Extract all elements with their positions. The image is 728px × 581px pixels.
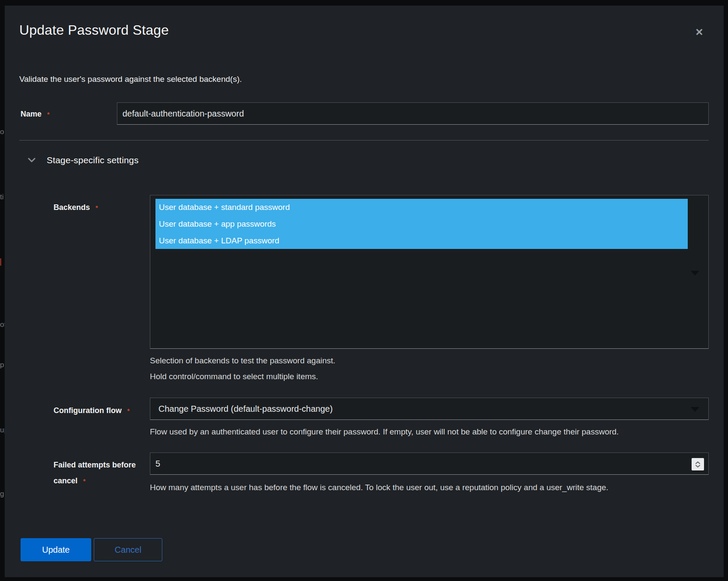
update-button[interactable]: Update — [21, 538, 91, 561]
update-password-stage-modal: Update Password Stage ✕ Validate the use… — [5, 6, 724, 577]
backends-help: Selection of backends to test the passwo… — [150, 353, 335, 384]
required-marker: * — [95, 204, 98, 211]
backends-help-line: Hold control/command to select multiple … — [150, 368, 335, 384]
section-title: Stage-specific settings — [47, 155, 139, 165]
failed-attempts-label-text: cancel — [54, 476, 78, 485]
page-background: o ti ot p up g Update Password Stage ✕ V… — [0, 0, 728, 581]
backends-label: Backends* — [54, 203, 98, 212]
background-text-fragment: ti — [0, 193, 5, 201]
name-label: Name* — [21, 109, 50, 119]
configuration-flow-label-text: Configuration flow — [54, 406, 122, 415]
stepper-up-icon — [695, 461, 701, 464]
failed-attempts-input[interactable] — [150, 452, 709, 475]
configuration-flow-select[interactable]: Change Password (default-password-change… — [150, 398, 709, 420]
modal-description: Validate the user's password against the… — [19, 73, 242, 85]
configuration-flow-label: Configuration flow* — [54, 406, 130, 415]
chevron-down-icon — [26, 156, 37, 164]
configuration-flow-help: Flow used by an authenticated user to co… — [150, 426, 619, 438]
backends-help-line: Selection of backends to test the passwo… — [150, 353, 335, 368]
required-marker: * — [127, 407, 130, 414]
required-marker: * — [47, 111, 50, 118]
backend-option-selected[interactable]: User database + LDAP password — [155, 232, 688, 249]
stage-settings-section-toggle[interactable]: Stage-specific settings — [26, 153, 139, 168]
failed-attempts-help: How many attempts a user has before the … — [150, 482, 609, 494]
name-input[interactable] — [117, 102, 709, 125]
number-stepper[interactable] — [692, 458, 704, 470]
backend-option-selected[interactable]: User database + app passwords — [155, 216, 688, 232]
background-text-fragment: o — [0, 128, 5, 136]
name-label-text: Name — [21, 110, 42, 118]
backends-label-text: Backends — [54, 203, 90, 212]
chevron-down-icon — [691, 271, 699, 276]
failed-attempts-label: Failed attempts before cancel* — [54, 460, 152, 486]
failed-attempts-label-line2: cancel* — [54, 476, 152, 486]
section-divider — [19, 140, 709, 141]
background-text-fragment: p — [0, 361, 5, 369]
close-icon[interactable]: ✕ — [692, 24, 707, 40]
chevron-down-icon — [691, 407, 699, 412]
modal-title: Update Password Stage — [19, 22, 169, 38]
configuration-flow-value: Change Password (default-password-change… — [158, 398, 333, 419]
background-text-fragment: up — [0, 426, 5, 434]
backend-option-selected[interactable]: User database + standard password — [155, 199, 688, 216]
background-text-fragment: ot — [0, 320, 5, 329]
backends-multiselect[interactable]: User database + standard password User d… — [150, 195, 709, 349]
background-fragment-bar — [0, 258, 1, 266]
stepper-down-icon — [695, 464, 701, 468]
cancel-button[interactable]: Cancel — [94, 538, 162, 561]
background-text-fragment: g — [0, 490, 5, 498]
failed-attempts-label-line1: Failed attempts before — [54, 461, 136, 469]
required-marker: * — [83, 477, 86, 485]
